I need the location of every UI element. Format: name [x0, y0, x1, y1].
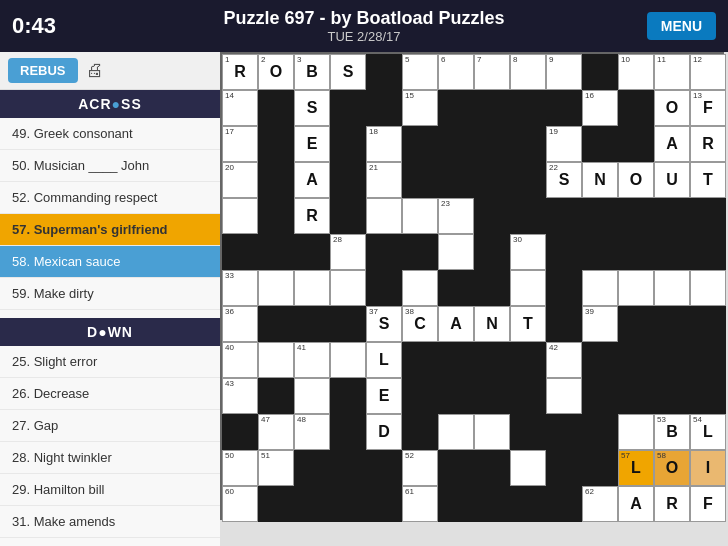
clue-item-29-down[interactable]: 29. Hamilton bill	[0, 474, 220, 506]
cell-1-2[interactable]	[258, 126, 294, 162]
cell-3-0[interactable]: S	[330, 54, 366, 90]
cell-12-5[interactable]	[654, 234, 690, 270]
cell-12-12[interactable]: R	[654, 486, 690, 522]
cell-2-5[interactable]	[294, 234, 330, 270]
cell-9-3[interactable]: 22S	[546, 162, 582, 198]
cell-4-0[interactable]	[366, 54, 402, 90]
cell-4-8[interactable]: L	[366, 342, 402, 378]
cell-10-9[interactable]	[582, 378, 618, 414]
cell-1-8[interactable]	[258, 342, 294, 378]
cell-12-8[interactable]	[654, 342, 690, 378]
cell-4-2[interactable]: 18	[366, 126, 402, 162]
cell-8-9[interactable]	[510, 378, 546, 414]
cell-8-0[interactable]: 8	[510, 54, 546, 90]
cell-2-8[interactable]: 41	[294, 342, 330, 378]
cell-1-11[interactable]: 51	[258, 450, 294, 486]
cell-9-12[interactable]	[546, 486, 582, 522]
clue-item-52-across[interactable]: 52. Commanding respect	[0, 182, 220, 214]
cell-2-1[interactable]: S	[294, 90, 330, 126]
cell-1-0[interactable]: 2O	[258, 54, 294, 90]
cell-9-11[interactable]	[546, 450, 582, 486]
cell-2-9[interactable]	[294, 378, 330, 414]
cell-7-4[interactable]	[474, 198, 510, 234]
cell-13-12[interactable]: F	[690, 486, 726, 522]
cell-4-12[interactable]	[366, 486, 402, 522]
cell-2-10[interactable]: 48	[294, 414, 330, 450]
cell-9-5[interactable]	[546, 234, 582, 270]
cell-12-7[interactable]	[654, 306, 690, 342]
cell-0-5[interactable]	[222, 234, 258, 270]
cell-12-1[interactable]: O	[654, 90, 690, 126]
cell-13-1[interactable]: 13F	[690, 90, 726, 126]
cell-6-12[interactable]	[438, 486, 474, 522]
cell-13-2[interactable]: R	[690, 126, 726, 162]
cell-6-8[interactable]	[438, 342, 474, 378]
cell-1-9[interactable]	[258, 378, 294, 414]
cell-11-4[interactable]	[618, 198, 654, 234]
print-icon[interactable]: 🖨	[86, 60, 104, 81]
cell-2-11[interactable]	[294, 450, 330, 486]
cell-4-10[interactable]: D	[366, 414, 402, 450]
cell-4-1[interactable]	[366, 90, 402, 126]
cell-7-12[interactable]	[474, 486, 510, 522]
cell-1-10[interactable]: 47	[258, 414, 294, 450]
cell-13-8[interactable]	[690, 342, 726, 378]
cell-7-10[interactable]	[474, 414, 510, 450]
cell-3-3[interactable]	[330, 162, 366, 198]
cell-3-4[interactable]	[330, 198, 366, 234]
clue-item-25-down[interactable]: 25. Slight error	[0, 346, 220, 378]
cell-5-12[interactable]: 61	[402, 486, 438, 522]
cell-3-9[interactable]	[330, 378, 366, 414]
cell-3-8[interactable]	[330, 342, 366, 378]
cell-1-6[interactable]	[258, 270, 294, 306]
cell-13-0[interactable]: 12	[690, 54, 726, 90]
cell-2-6[interactable]	[294, 270, 330, 306]
cell-11-9[interactable]	[618, 378, 654, 414]
cell-6-5[interactable]	[438, 234, 474, 270]
cell-2-4[interactable]: R	[294, 198, 330, 234]
cell-11-6[interactable]	[618, 270, 654, 306]
cell-11-2[interactable]	[618, 126, 654, 162]
rebus-button[interactable]: REBUS	[8, 58, 78, 83]
cell-6-10[interactable]	[438, 414, 474, 450]
cell-13-10[interactable]: 54L	[690, 414, 726, 450]
cell-0-12[interactable]: 60	[222, 486, 258, 522]
cell-3-1[interactable]	[330, 90, 366, 126]
cell-13-5[interactable]	[690, 234, 726, 270]
cell-5-10[interactable]	[402, 414, 438, 450]
cell-7-9[interactable]	[474, 378, 510, 414]
cell-5-0[interactable]: 5	[402, 54, 438, 90]
clue-item-59-across[interactable]: 59. Make dirty	[0, 278, 220, 310]
cell-11-8[interactable]	[618, 342, 654, 378]
cell-9-6[interactable]	[546, 270, 582, 306]
cell-11-0[interactable]: 10	[618, 54, 654, 90]
cell-7-1[interactable]	[474, 90, 510, 126]
cell-10-12[interactable]: 62	[582, 486, 618, 522]
cell-10-4[interactable]	[582, 198, 618, 234]
cell-10-11[interactable]	[582, 450, 618, 486]
cell-8-4[interactable]	[510, 198, 546, 234]
cell-11-10[interactable]	[618, 414, 654, 450]
cell-13-6[interactable]	[690, 270, 726, 306]
cell-8-2[interactable]	[510, 126, 546, 162]
cell-0-7[interactable]: 36	[222, 306, 258, 342]
cell-0-8[interactable]: 40	[222, 342, 258, 378]
cell-4-11[interactable]	[366, 450, 402, 486]
cell-4-5[interactable]	[366, 234, 402, 270]
cell-4-3[interactable]: 21	[366, 162, 402, 198]
cell-5-3[interactable]	[402, 162, 438, 198]
cell-1-12[interactable]	[258, 486, 294, 522]
menu-button[interactable]: MENU	[647, 12, 716, 40]
cell-0-0[interactable]: 1R	[222, 54, 258, 90]
cell-3-2[interactable]	[330, 126, 366, 162]
cell-7-7[interactable]: N	[474, 306, 510, 342]
cell-5-5[interactable]	[402, 234, 438, 270]
cell-9-2[interactable]: 19	[546, 126, 582, 162]
cell-12-3[interactable]: U	[654, 162, 690, 198]
cell-5-8[interactable]	[402, 342, 438, 378]
cell-13-4[interactable]	[690, 198, 726, 234]
cell-7-6[interactable]	[474, 270, 510, 306]
cell-5-11[interactable]: 52	[402, 450, 438, 486]
cell-10-5[interactable]	[582, 234, 618, 270]
cell-10-10[interactable]	[582, 414, 618, 450]
